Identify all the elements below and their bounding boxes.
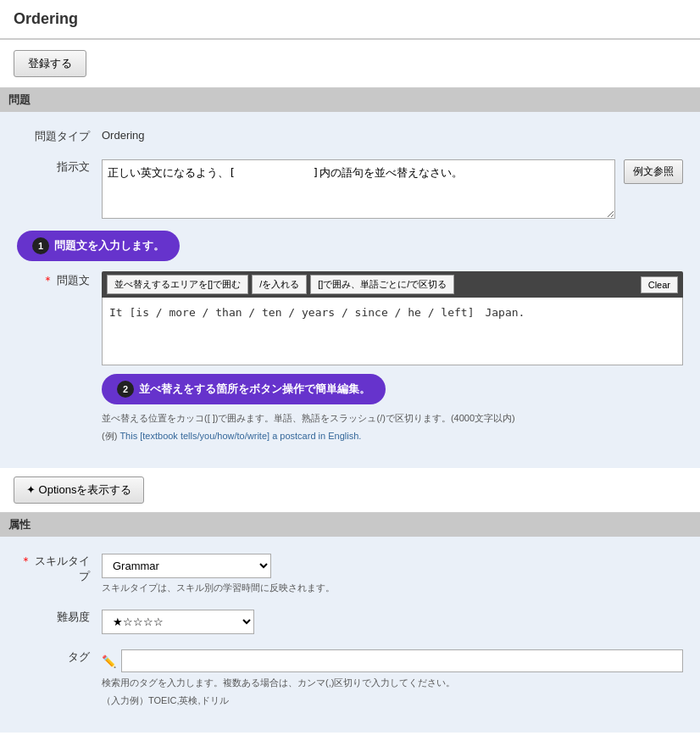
hint-text1: 並べ替える位置をカッコ([ ])で囲みます。単語、熟語をスラッシュ(/)で区切り… <box>102 411 683 426</box>
page-title: Ordering <box>14 10 686 28</box>
hint-example-prefix: (例) <box>102 431 117 441</box>
tag-icon: ✏️ <box>102 655 116 668</box>
help1-num: 1 <box>32 237 49 254</box>
required-star: ＊ <box>42 274 53 287</box>
clear-btn[interactable]: Clear <box>641 276 678 293</box>
skill-select[interactable]: Grammar <box>102 554 271 578</box>
tag-hint2: （入力例）TOEIC,英検,ドリル <box>102 694 683 708</box>
page-header: Ordering <box>0 0 700 40</box>
help2-num: 2 <box>117 381 134 398</box>
hint-text2: (例) This [textbook tells/you/how/to/writ… <box>102 429 683 443</box>
question-content[interactable]: It [is / more / than / ten / years / sin… <box>102 298 683 365</box>
hint-example-text: This [textbook tells/you/how/to/write] a… <box>119 431 361 441</box>
mondai-type-value: Ordering <box>102 125 683 142</box>
options-button[interactable]: ✦ Optionsを表示する <box>14 476 144 504</box>
enclose-bracket-btn[interactable]: 並べ替えするエリアを[]で囲む <box>107 275 248 294</box>
difficulty-label: 難易度 <box>17 606 102 625</box>
mondai-bun-label: ＊問題文 <box>17 268 102 288</box>
tag-input[interactable] <box>121 649 683 672</box>
options-area: ✦ Optionsを表示する <box>0 468 700 512</box>
shiji-textarea[interactable]: 正しい英文になるよう、[ ]内の語句を並べ替えなさい。 <box>102 159 615 219</box>
tag-label: タグ <box>17 646 102 665</box>
difficulty-select[interactable]: ★☆☆☆☆ <box>102 610 254 634</box>
mondai-type-label: 問題タイプ <box>17 125 102 144</box>
skill-hint: スキルタイプは、スキル別の学習時間に反映されます。 <box>102 582 683 594</box>
insert-slash-btn[interactable]: /を入れる <box>252 275 307 294</box>
tag-hint1: 検索用のタグを入力します。複数ある場合は、カンマ(,)区切りで入力してください。 <box>102 676 683 690</box>
example-button[interactable]: 例文参照 <box>624 159 683 184</box>
help1-label: 問題文を入力します。 <box>54 238 164 254</box>
top-bar: 登録する <box>0 40 700 87</box>
help2-label: 並べ替えをする箇所をボタン操作で簡単編集。 <box>139 382 370 397</box>
mondai-section-header: 問題 <box>0 88 700 112</box>
register-button[interactable]: 登録する <box>14 50 86 77</box>
question-toolbar: 並べ替えするエリアを[]で囲む /を入れる []で囲み、単語ごとに/で区切る C… <box>102 271 683 298</box>
shiji-label: 指示文 <box>17 156 102 175</box>
enclose-split-btn[interactable]: []で囲み、単語ごとに/で区切る <box>310 275 454 294</box>
zokusei-section-header: 属性 <box>0 513 700 537</box>
skill-label: ＊スキルタイプ <box>17 550 102 584</box>
